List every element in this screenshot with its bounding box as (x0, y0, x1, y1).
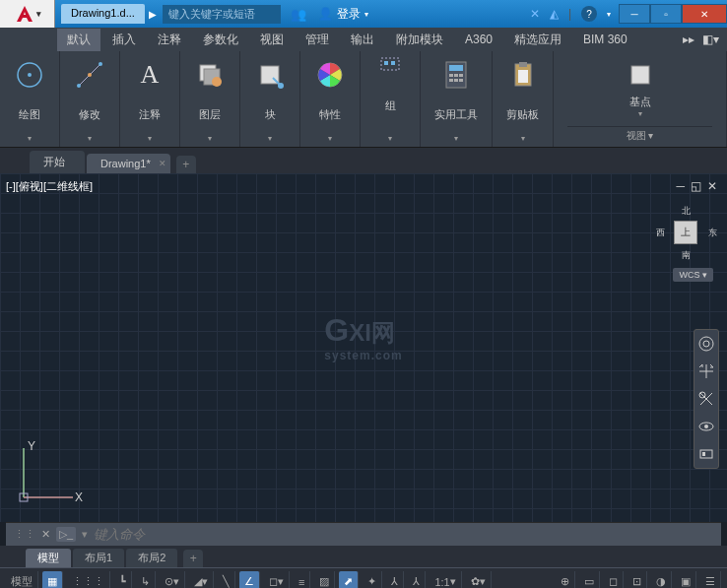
layout-tab-1[interactable]: 布局1 (73, 549, 124, 567)
svg-rect-33 (702, 452, 705, 456)
menu-a360[interactable]: A360 (455, 30, 502, 49)
status-osnap-icon[interactable]: ∠ (239, 571, 260, 589)
ribbon-view-footer[interactable]: 视图 ▾ (567, 126, 712, 143)
ribbon-panel-annotate[interactable]: A 注释 ▾ (120, 51, 180, 147)
exchange-icon[interactable]: ✕ (530, 7, 540, 21)
status-lineweight-icon[interactable]: ≡ (294, 571, 310, 589)
status-anno-icon[interactable]: ⅄ (386, 571, 404, 589)
status-anno2-icon[interactable]: ⅄ (408, 571, 426, 589)
ribbon-panel-base[interactable]: 基点 ▾ 视图 ▾ (554, 51, 727, 147)
status-polar-icon[interactable]: ⊙▾ (160, 571, 185, 589)
qat-play-icon[interactable]: ▶ (149, 9, 157, 20)
status-hw-icon[interactable]: ⊡ (628, 571, 647, 589)
circle-icon (14, 59, 45, 91)
expand-icon[interactable]: ▸▸ (683, 33, 694, 46)
menu-manage[interactable]: 管理 (296, 29, 339, 51)
app-logo[interactable]: ▾ (0, 0, 55, 28)
status-osnap-box-icon[interactable]: ◻▾ (264, 571, 290, 589)
search-input[interactable] (163, 5, 281, 24)
cmd-handle-icon[interactable]: ⋮⋮ (14, 528, 35, 541)
ribbon-panel-clipboard[interactable]: 剪贴板 ▾ (493, 51, 554, 147)
showmotion-icon[interactable] (696, 444, 716, 464)
status-grid-icon[interactable]: ▦ (42, 571, 63, 589)
layout-tab-model[interactable]: 模型 (26, 549, 71, 567)
zoom-icon[interactable] (696, 389, 716, 409)
a360-icon[interactable]: ◭ (550, 7, 559, 21)
ribbon-panel-modify[interactable]: 修改 ▾ (60, 51, 120, 147)
command-input[interactable] (94, 527, 713, 542)
navigation-bar (694, 329, 719, 469)
document-tab[interactable]: Drawing1.d... (61, 4, 145, 24)
status-snap-icon[interactable]: ⋮⋮⋮ (67, 571, 110, 589)
ribbon-panel-properties[interactable]: 特性 ▾ (300, 51, 361, 147)
status-workspace-icon[interactable]: ✿▾ (466, 571, 492, 589)
viewcube[interactable]: 北 西 东 南 上 (656, 203, 715, 262)
wcs-label[interactable]: WCS ▾ (673, 268, 713, 282)
menu-insert[interactable]: 插入 (102, 29, 146, 51)
status-ortho-icon[interactable]: ↳ (136, 571, 156, 589)
menu-featured[interactable]: 精选应用 (504, 29, 571, 51)
svg-rect-12 (381, 58, 399, 70)
menu-annotate[interactable]: 注释 (148, 29, 191, 51)
view-label[interactable]: [-][俯视][二维线框] (6, 179, 93, 194)
svg-point-27 (699, 337, 713, 351)
user-icon: 👤 (318, 7, 333, 21)
ribbon-panel-utilities[interactable]: 实用工具 ▾ (421, 51, 493, 147)
restore-viewport-icon[interactable]: ◱ (691, 179, 701, 193)
viewcube-top[interactable]: 上 (674, 221, 697, 244)
status-qp-icon[interactable]: ◻ (604, 571, 624, 589)
status-scale[interactable]: 1:1▾ (430, 571, 461, 589)
orbit-icon[interactable] (696, 417, 716, 436)
status-clean-icon[interactable]: ▣ (676, 571, 696, 589)
status-selection-icon[interactable]: ⬈ (339, 571, 359, 589)
status-custom-icon[interactable]: ☰ (700, 571, 721, 589)
svg-rect-25 (518, 70, 528, 83)
close-button[interactable]: ✕ (682, 4, 727, 24)
svg-rect-18 (454, 74, 458, 77)
add-tab-button[interactable]: + (176, 156, 196, 173)
cmd-close-icon[interactable]: ✕ (41, 528, 50, 541)
menu-view[interactable]: 视图 (250, 29, 294, 51)
menu-output[interactable]: 输出 (341, 29, 384, 51)
menu-default[interactable]: 默认 (57, 29, 100, 51)
ribbon-panel-group[interactable]: 组 ▾ (361, 51, 421, 147)
status-iso-icon[interactable]: ◢▾ (189, 571, 214, 589)
close-viewport-icon[interactable]: ✕ (707, 179, 717, 193)
people-icon[interactable]: 👥 (291, 7, 306, 22)
layout-tab-2[interactable]: 布局2 (126, 549, 177, 567)
file-tab-drawing[interactable]: Drawing1* ✕ (87, 154, 170, 173)
help-icon[interactable]: ? (581, 6, 597, 22)
svg-rect-19 (459, 74, 463, 77)
panel-icon[interactable]: ◧▾ (702, 33, 719, 46)
ribbon-panel-layers[interactable]: 图层 ▾ (180, 51, 240, 147)
status-model[interactable]: 模型 (6, 571, 38, 589)
drawing-canvas[interactable]: [-][俯视][二维线框] ─ ◱ ✕ 北 西 东 南 上 WCS ▾ Y X … (0, 173, 727, 522)
menu-parametric[interactable]: 参数化 (193, 29, 248, 51)
status-units-icon[interactable]: ▭ (579, 571, 600, 589)
login-button[interactable]: 👤 登录 ▾ (318, 6, 368, 23)
maximize-button[interactable]: ▫ (650, 4, 682, 24)
status-ortho-perp-icon[interactable]: ┗ (114, 571, 132, 589)
status-osnap-line-icon[interactable]: ╲ (218, 571, 235, 589)
svg-rect-13 (384, 61, 388, 65)
svg-rect-32 (700, 450, 712, 458)
svg-rect-17 (449, 74, 453, 77)
menu-bim360[interactable]: BIM 360 (573, 30, 637, 49)
minimize-viewport-icon[interactable]: ─ (676, 179, 685, 193)
status-gizmo-icon[interactable]: ✦ (363, 571, 382, 589)
status-isolate-icon[interactable]: ◑ (651, 571, 672, 589)
calculator-icon (440, 59, 472, 91)
ucs-icon: Y X (14, 438, 83, 510)
status-annomonitor-icon[interactable]: ⊕ (556, 571, 575, 589)
menu-addins[interactable]: 附加模块 (386, 29, 453, 51)
file-tab-start[interactable]: 开始 (30, 151, 85, 173)
minimize-button[interactable]: ─ (619, 4, 650, 24)
status-transparency-icon[interactable]: ▨ (314, 571, 335, 589)
ribbon-panel-block[interactable]: 块 ▾ (240, 51, 300, 147)
ribbon-panel-draw[interactable]: 绘图 ▾ (0, 51, 60, 147)
text-icon: A (134, 59, 165, 91)
pan-icon[interactable] (696, 361, 716, 381)
add-layout-button[interactable]: + (183, 550, 203, 567)
full-nav-wheel-icon[interactable] (696, 334, 716, 354)
close-icon[interactable]: ✕ (159, 159, 166, 168)
